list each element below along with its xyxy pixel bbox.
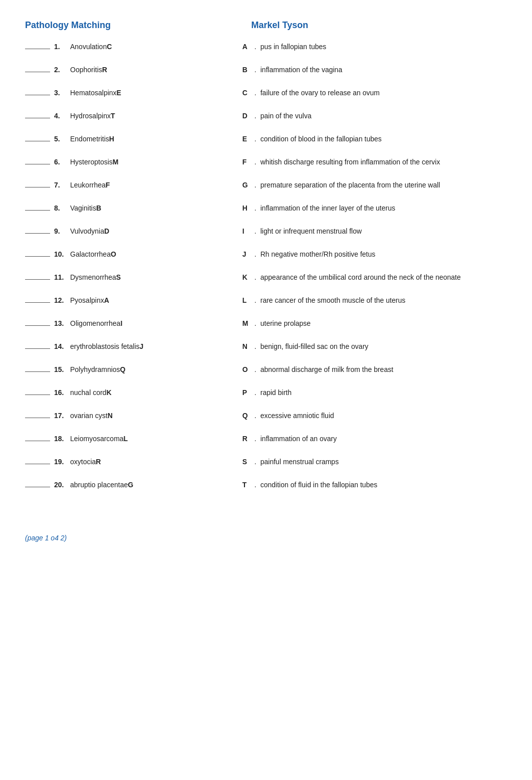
answer-blank	[25, 141, 50, 141]
right-definition: rapid birth	[260, 388, 507, 397]
item-number: 9.	[54, 227, 68, 235]
right-dot: .	[254, 365, 256, 373]
item-answer: K	[106, 388, 111, 397]
right-definition: premature separation of the placenta fro…	[260, 181, 507, 189]
right-letter: M	[242, 319, 254, 327]
left-row: 2.Oophoritis R	[25, 66, 242, 82]
right-row: R.inflammation of an ovary	[242, 435, 507, 451]
answer-blank	[25, 164, 50, 164]
item-term: Hysteroptosis	[70, 158, 113, 166]
item-term: abruptio placentae	[70, 481, 128, 489]
right-letter: F	[242, 158, 254, 166]
right-definition: pain of the vulva	[260, 112, 507, 120]
right-dot: .	[254, 296, 256, 304]
right-row: O.abnormal discharge of milk from the br…	[242, 365, 507, 381]
right-letter: T	[242, 481, 254, 489]
item-answer: R	[96, 458, 101, 466]
right-definition: uterine prolapse	[260, 319, 507, 327]
item-term: Pyosalpinx	[70, 296, 104, 304]
item-answer: D	[104, 227, 109, 235]
item-answer: O	[111, 250, 116, 258]
right-row: L.rare cancer of the smooth muscle of th…	[242, 296, 507, 312]
page-footer: (page 1 o4 2)	[25, 534, 507, 542]
answer-blank	[25, 118, 50, 118]
answer-blank	[25, 395, 50, 395]
right-row: F.whitish discharge resulting from infla…	[242, 158, 507, 174]
left-row: 17.ovarian cyst N	[25, 412, 242, 428]
right-row: E.condition of blood in the fallopian tu…	[242, 135, 507, 151]
right-row: J.Rh negative mother/Rh positive fetus	[242, 250, 507, 266]
right-letter: K	[242, 273, 254, 281]
answer-blank	[25, 487, 50, 487]
right-letter: L	[242, 296, 254, 304]
item-number: 3.	[54, 89, 68, 97]
item-number: 14.	[54, 342, 68, 350]
right-letter: J	[242, 250, 254, 258]
right-row: A.pus in fallopian tubes	[242, 43, 507, 59]
item-term: Leukorrhea	[70, 181, 106, 189]
left-row: 8.Vaginitis B	[25, 204, 242, 220]
right-row: G.premature separation of the placenta f…	[242, 181, 507, 197]
item-number: 12.	[54, 296, 68, 304]
left-row: 9.Vulvodynia D	[25, 227, 242, 243]
right-dot: .	[254, 342, 256, 350]
item-answer: J	[140, 342, 144, 350]
left-row: 16.nuchal cord K	[25, 388, 242, 405]
right-letter: G	[242, 181, 254, 189]
left-row: 3.Hematosalpinx E	[25, 89, 242, 105]
right-definition: failure of the ovary to release an ovum	[260, 89, 507, 97]
item-term: Leiomyosarcoma	[70, 435, 124, 443]
right-row: S.painful menstrual cramps	[242, 458, 507, 474]
item-answer: T	[111, 112, 115, 120]
item-term: Hematosalpinx	[70, 89, 117, 97]
answer-blank	[25, 210, 50, 211]
item-number: 10.	[54, 250, 68, 258]
right-dot: .	[254, 435, 256, 443]
item-term: erythroblastosis fetalis	[70, 342, 140, 350]
item-answer: E	[117, 89, 121, 97]
right-dot: .	[254, 388, 256, 397]
left-row: 15.Polyhydramnios Q	[25, 365, 242, 381]
answer-blank	[25, 256, 50, 257]
item-term: nuchal cord	[70, 388, 106, 397]
item-term: Anovulation	[70, 43, 107, 51]
item-answer: C	[107, 43, 112, 51]
item-number: 17.	[54, 412, 68, 420]
right-letter: O	[242, 365, 254, 373]
right-definition: excessive amniotic fluid	[260, 412, 507, 420]
answer-blank	[25, 325, 50, 326]
left-row: 14.erythroblastosis fetalis J	[25, 342, 242, 358]
item-answer: R	[102, 66, 107, 74]
right-dot: .	[254, 135, 256, 143]
right-row: T.condition of fluid in the fallopian tu…	[242, 481, 507, 497]
right-column: A.pus in fallopian tubesB.inflammation o…	[242, 43, 507, 504]
right-dot: .	[254, 458, 256, 466]
right-dot: .	[254, 66, 256, 74]
right-definition: rare cancer of the smooth muscle of the …	[260, 296, 507, 304]
item-term: Oophoritis	[70, 66, 102, 74]
answer-blank	[25, 279, 50, 280]
item-answer: I	[120, 319, 122, 327]
right-row: I.light or infrequent menstrual flow	[242, 227, 507, 243]
item-number: 13.	[54, 319, 68, 327]
right-letter: A	[242, 43, 254, 51]
item-answer: A	[104, 296, 109, 304]
left-row: 19.oxytocia R	[25, 458, 242, 474]
answer-blank	[25, 49, 50, 49]
left-row: 5.Endometritis H	[25, 135, 242, 151]
item-number: 2.	[54, 66, 68, 74]
right-row: B.inflammation of the vagina	[242, 66, 507, 82]
item-term: Vaginitis	[70, 204, 96, 212]
right-dot: .	[254, 273, 256, 281]
right-dot: .	[254, 181, 256, 189]
left-row: 4.Hydrosalpinx T	[25, 112, 242, 128]
item-term: Galactorrhea	[70, 250, 111, 258]
item-answer: F	[106, 181, 110, 189]
item-number: 8.	[54, 204, 68, 212]
item-term: Polyhydramnios	[70, 365, 120, 373]
answer-blank	[25, 418, 50, 418]
item-number: 1.	[54, 43, 68, 51]
right-definition: abnormal discharge of milk from the brea…	[260, 365, 507, 373]
right-section-title: Markel Tyson	[251, 20, 507, 31]
answer-blank	[25, 441, 50, 441]
